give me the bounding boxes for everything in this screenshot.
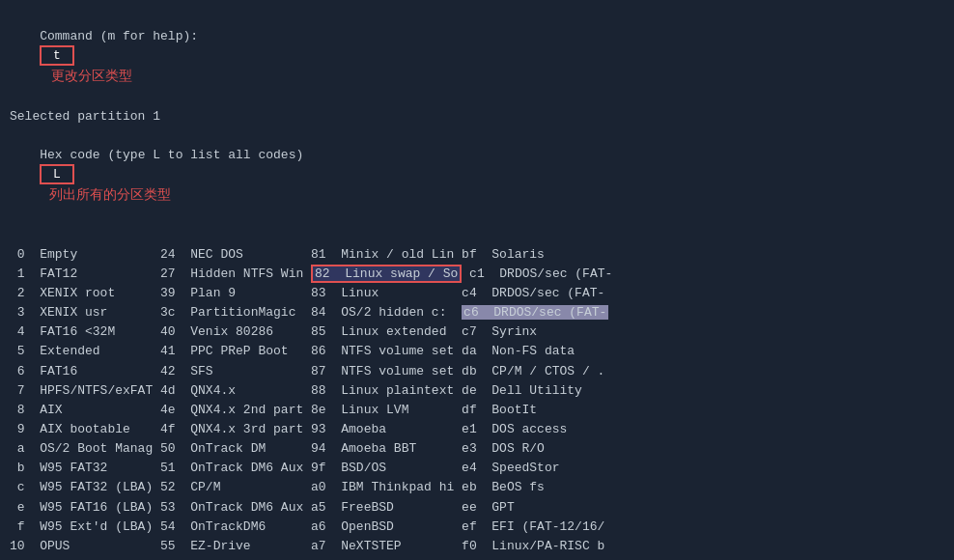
terminal-window: Command (m for help): t 更改分区类型 Selected …	[0, 0, 954, 560]
pt-line-e: e W95 FAT16 (LBA) 53 OnTrack DM6 Aux a5 …	[10, 498, 944, 518]
pt-line-3: 3 XENIX usr 3c PartitionMagic 84 OS/2 hi…	[10, 303, 944, 322]
empty-line-1	[10, 226, 944, 245]
pt-line-7: 7 HPFS/NTFS/exFAT 4d QNX4.x 88 Linux pla…	[10, 381, 944, 401]
pt-line-6: 6 FAT16 42 SFS 87 NTFS volume set db CP/…	[10, 362, 944, 381]
prompt-line: Command (m for help): t 更改分区类型	[10, 8, 944, 107]
pt-line-9: 9 AIX bootable 4f QNX4.x 3rd part 93 Amo…	[10, 420, 944, 439]
pt-line-2: 2 XENIX root 39 Plan 9 83 Linux c4 DRDOS…	[10, 284, 944, 303]
pt-line-0: 0 Empty 24 NEC DOS 81 Minix / old Lin bf…	[10, 245, 944, 265]
t-input: t	[40, 45, 73, 66]
swap-highlight-82: 82 Linux swap / So	[311, 265, 462, 283]
pt-line-4: 4 FAT16 <32M 40 Venix 80286 85 Linux ext…	[10, 322, 944, 342]
swap-c6-note: c6 DRDOS/sec (FAT-	[462, 305, 608, 320]
hex-prompt-text: Hex code (type L to list all codes)	[40, 148, 303, 162]
annotation-change-type: 更改分区类型	[51, 68, 132, 83]
pt-line-a: a OS/2 Boot Manag 50 OnTrack DM 94 Amoeb…	[10, 439, 944, 459]
pt-line-c: c W95 FAT32 (LBA) 52 CP/M a0 IBM Thinkpa…	[10, 478, 944, 497]
pt-line-1: 1 FAT12 27 Hidden NTFS Win 82 Linux swap…	[10, 265, 944, 284]
l-input: L	[40, 164, 73, 184]
pt-line-5: 5 Extended 41 PPC PReP Boot 86 NTFS volu…	[10, 342, 944, 361]
pt-line-8: 8 AIX 4e QNX4.x 2nd part 8e Linux LVM df…	[10, 401, 944, 420]
annotation-list-types: 列出所有的分区类型	[49, 186, 171, 202]
prompt-text: Command (m for help):	[40, 29, 198, 43]
pt-line-11: 11 Hidden FAT12 56 Golden Bow a8 Darwin …	[10, 556, 944, 560]
selected-partition-line: Selected partition 1	[10, 107, 944, 126]
pt-line-b: b W95 FAT32 51 OnTrack DM6 Aux 9f BSD/OS…	[10, 459, 944, 478]
pt-line-f: f W95 Ext'd (LBA) 54 OnTrackDM6 a6 OpenB…	[10, 518, 944, 537]
hex-prompt-line: Hex code (type L to list all codes) L 列出…	[10, 126, 944, 226]
pt-line-10: 10 OPUS 55 EZ-Drive a7 NeXTSTEP f0 Linux…	[10, 537, 944, 556]
